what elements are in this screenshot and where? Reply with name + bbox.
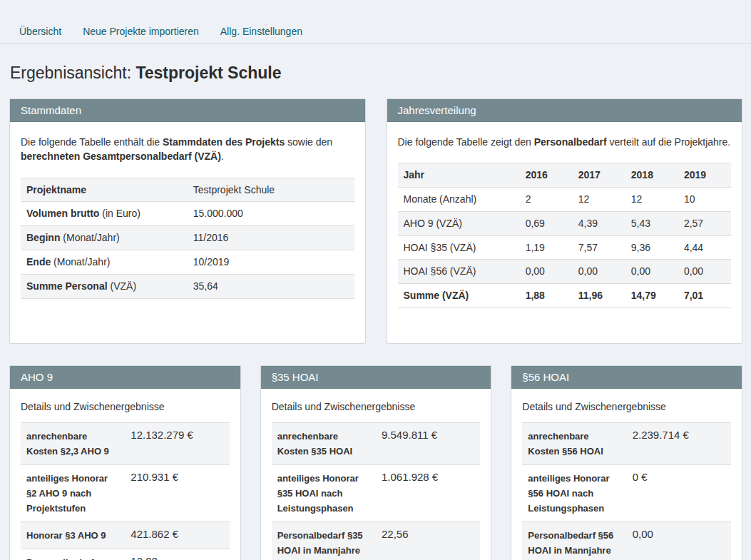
detail-panels-row: AHO 9 Details und Zwischenergebnisse anr… <box>9 365 742 560</box>
row-label-rest: (Monat/Jahr) <box>51 256 110 268</box>
table-total-row: Summe (VZÄ) 1,88 11,96 14,79 7,01 <box>398 284 732 308</box>
jahresverteilung-table: Jahr 2016 2017 2018 2019 Monate (Anzahl)… <box>398 163 732 308</box>
panel-stammdaten-body: Die folgende Tabelle enthält die Stammda… <box>10 122 365 310</box>
column-header: 2018 <box>625 163 678 188</box>
row-value: 10/2019 <box>188 250 354 274</box>
intro-text-part: Die folgende Tabelle zeigt den <box>398 136 534 148</box>
row-label-bold: Projektname <box>26 184 86 195</box>
row-label-bold: Summe Personal <box>26 280 108 292</box>
row-label: Honorar §3 AHO 9 <box>21 522 125 549</box>
row-label: anrechenbare Kosten §2,3 AHO 9 <box>21 423 125 465</box>
nav-item-allg-einstellungen: Allg. Einstellungen <box>210 20 313 43</box>
nav-item-neue-projekte-importieren: Neue Projekte importieren <box>72 20 210 43</box>
nav-item-uebersicht: Übersicht <box>9 20 72 43</box>
row-label-rest: (VZÄ) <box>108 280 136 292</box>
year-cell: 0,00 <box>573 260 625 284</box>
row-value: 0 € <box>627 465 731 522</box>
row-value: 210.931 € <box>125 465 229 522</box>
intro-text-part: sowie den <box>285 136 332 148</box>
stammdaten-intro-text: Die folgende Tabelle enthält die Stammda… <box>21 135 354 164</box>
intro-text-bold: Personalbedarf <box>534 136 607 148</box>
year-cell: 1,19 <box>520 235 573 260</box>
year-cell: 4,39 <box>573 211 625 235</box>
table-row: Personalbedarf §56 HOAI in Mannjahre (VZ… <box>522 522 731 560</box>
year-cell: 2,57 <box>678 211 731 235</box>
row-label: Personalbedarf §§2,3, AHO 9 in Mannjahre… <box>21 549 125 560</box>
panel-jahresverteilung: Jahresverteilung Die folgende Tabelle ze… <box>387 98 743 344</box>
jahresverteilung-intro-text: Die folgende Tabelle zeigt den Personalb… <box>398 135 732 149</box>
table-row: AHO 9 (VZÄ) 0,69 4,39 5,43 2,57 <box>398 211 732 235</box>
page-title-project-name: Testprojekt Schule <box>136 63 281 82</box>
row-value: 9.549.811 € <box>376 423 480 465</box>
panel-p35-hoai-subtitle: Details und Zwischenergebnisse <box>272 401 481 412</box>
row-label: anteiliges Honorar §2 AHO 9 nach Projekt… <box>21 465 125 522</box>
table-row: anteiliges Honorar §35 HOAI nach Leistun… <box>272 465 481 522</box>
row-label-rest: (Monat/Jahr) <box>60 232 119 243</box>
nav-list: Übersicht Neue Projekte importieren Allg… <box>0 20 751 43</box>
row-value: Testprojekt Schule <box>188 178 354 202</box>
page-title: Ergebnisansicht: Testprojekt Schule <box>10 63 742 83</box>
stammdaten-table: Projektname Testprojekt Schule Volumen b… <box>21 178 354 299</box>
intro-text-bold: berechneten Gesamtpersonalbedarf (VZÄ) <box>21 151 221 162</box>
page-title-prefix: Ergebnisansicht: <box>10 63 136 82</box>
year-cell: 7,57 <box>573 235 625 260</box>
year-cell: 11,96 <box>573 284 625 308</box>
panel-aho9-title: AHO 9 <box>10 366 240 389</box>
nav-link-neue-projekte-importieren[interactable]: Neue Projekte importieren <box>72 20 210 43</box>
main-content: Ergebnisansicht: Testprojekt Schule Stam… <box>0 63 751 560</box>
nav-link-uebersicht[interactable]: Übersicht <box>9 20 72 43</box>
summary-panels-row: Stammdaten Die folgende Tabelle enthält … <box>9 98 742 344</box>
panel-p35-hoai-body: Details und Zwischenergebnisse anrechenb… <box>261 389 491 560</box>
row-value: 15.000.000 <box>188 202 354 226</box>
table-row: HOAI §56 (VZÄ) 0,00 0,00 0,00 0,00 <box>398 260 732 284</box>
row-value: 13,08 <box>125 549 229 560</box>
row-label-bold: Volumen brutto <box>26 208 99 219</box>
year-cell: 0,00 <box>678 260 731 284</box>
year-cell: 0,00 <box>520 260 573 284</box>
row-value: 2.239.714 € <box>627 423 731 465</box>
table-row: anteiliges Honorar §2 AHO 9 nach Projekt… <box>21 465 230 522</box>
table-row: Ende (Monat/Jahr) 10/2019 <box>21 250 354 274</box>
table-row: anteiliges Honorar §56 HOAI nach Leistun… <box>522 465 731 522</box>
table-row: anrechenbare Kosten §35 HOAI 9.549.811 € <box>272 423 481 465</box>
table-row: Projektname Testprojekt Schule <box>21 178 354 202</box>
panel-aho9: AHO 9 Details und Zwischenergebnisse anr… <box>9 365 241 560</box>
intro-text-part: Die folgende Tabelle enthält die <box>21 136 163 148</box>
year-cell: 12 <box>625 188 678 212</box>
year-cell: 10 <box>678 188 731 212</box>
panel-jahresverteilung-body: Die folgende Tabelle zeigt den Personalb… <box>387 122 742 319</box>
column-header: 2019 <box>678 163 731 188</box>
aho9-table: anrechenbare Kosten §2,3 AHO 9 12.132.27… <box>21 422 230 560</box>
year-cell: 12 <box>573 188 625 212</box>
table-row: Honorar §3 AHO 9 421.862 € <box>21 522 230 549</box>
table-row: Volumen brutto (in Euro) 15.000.000 <box>21 202 354 226</box>
row-label: anrechenbare Kosten §56 HOAI <box>522 423 626 465</box>
row-value: 11/2016 <box>188 226 354 250</box>
panel-stammdaten-title: Stammdaten <box>10 99 365 122</box>
row-label-rest: (in Euro) <box>99 208 141 219</box>
year-cell: 9,36 <box>625 235 678 260</box>
row-label: anteiliges Honorar §35 HOAI nach Leistun… <box>272 465 376 522</box>
column-header: 2017 <box>573 163 625 188</box>
row-label: anrechenbare Kosten §35 HOAI <box>272 423 376 465</box>
row-label: HOAI §35 (VZÄ) <box>398 235 520 260</box>
table-header-row: Jahr 2016 2017 2018 2019 <box>398 163 732 188</box>
row-label-bold: Ende <box>26 256 51 268</box>
table-row: Personalbedarf §35 HOAI in Mannjahre (VZ… <box>272 522 481 560</box>
panel-p56-hoai-body: Details und Zwischenergebnisse anrechenb… <box>511 389 742 560</box>
panel-stammdaten: Stammdaten Die folgende Tabelle enthält … <box>9 98 366 344</box>
year-cell: 2 <box>520 188 573 212</box>
row-label: Ende (Monat/Jahr) <box>21 250 188 274</box>
row-label: Summe Personal (VZÄ) <box>21 274 188 298</box>
panel-aho9-subtitle: Details und Zwischenergebnisse <box>21 401 230 412</box>
column-header: Jahr <box>398 163 520 188</box>
intro-text-part: . <box>221 151 224 162</box>
table-row: HOAI §35 (VZÄ) 1,19 7,57 9,36 4,44 <box>398 235 732 260</box>
intro-text-bold: Stammdaten des Projekts <box>163 136 285 148</box>
panel-p35-hoai-title: §35 HOAI <box>261 366 491 389</box>
year-cell: 4,44 <box>678 235 731 260</box>
table-row: Personalbedarf §§2,3, AHO 9 in Mannjahre… <box>21 549 230 560</box>
panel-jahresverteilung-title: Jahresverteilung <box>387 99 742 122</box>
row-label: HOAI §56 (VZÄ) <box>398 260 520 284</box>
nav-link-allg-einstellungen[interactable]: Allg. Einstellungen <box>210 20 313 43</box>
